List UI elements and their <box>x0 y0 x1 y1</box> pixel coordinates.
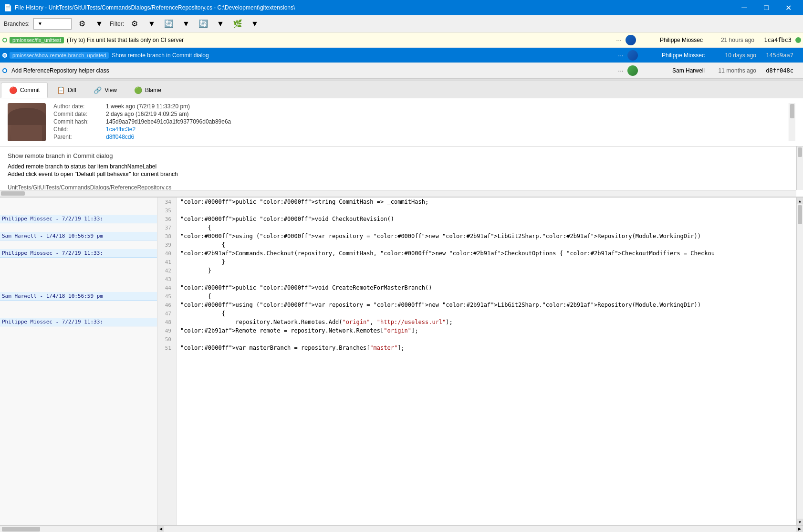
line-num-49: 49 <box>157 326 174 335</box>
blame-tab-label: Blame <box>145 87 161 94</box>
view-tab-label: View <box>104 87 117 94</box>
commit-msg-title: Show remote branch in Commit dialog <box>8 152 789 159</box>
line-num-50: 50 <box>157 335 174 344</box>
code-lines-container: "color:#0000ff">public "color:#0000ff">s… <box>177 198 796 352</box>
parent-row: Parent: d8ff048cd6 <box>53 134 781 140</box>
commit-msg-line-1: Added remote branch to status bar item b… <box>8 163 789 170</box>
blame-hscroll-thumb <box>2 527 40 532</box>
line-num-40: 40 <box>157 249 174 258</box>
child-link[interactable]: 1ca4fbc3e2 <box>106 126 136 133</box>
tab-commit[interactable]: 🔴 Commit <box>1 83 48 98</box>
code-line-46: "color:#0000ff">using ("color:#0000ff">v… <box>177 301 796 309</box>
blame-line-49 <box>0 326 157 335</box>
commit-dot-1 <box>2 38 7 42</box>
ellipsis-1[interactable]: ··· <box>616 36 622 44</box>
maximize-button[interactable]: □ <box>755 0 777 15</box>
code-hscroll[interactable]: ◀ ▶ <box>157 526 803 532</box>
scroll-track[interactable] <box>797 204 803 519</box>
commit-details: Author date: 1 week ago (7/2/19 11:33:20… <box>53 103 781 141</box>
blame-line-50 <box>0 335 157 344</box>
blame-line-45: Sam Harwell - 1/4/18 10:56:59 pm <box>0 292 157 301</box>
blame-tab-icon: 🟢 <box>134 86 142 94</box>
hscroll-left-btn[interactable]: ◀ <box>157 526 164 532</box>
msg-hscrollbar[interactable] <box>0 190 796 197</box>
online-dot-1 <box>795 37 801 43</box>
code-line-38: "color:#0000ff">using ("color:#0000ff">v… <box>177 232 796 240</box>
filter-icon-btn-2[interactable]: ▼ <box>93 17 106 31</box>
line-num-43: 43 <box>157 275 174 283</box>
code-vscroll[interactable]: ▲ ▼ <box>796 198 803 525</box>
filter-action-btn-6[interactable]: ▼ <box>248 17 261 31</box>
blame-line-39 <box>0 240 157 249</box>
blame-line-35 <box>0 206 157 215</box>
filter-action-btn-5[interactable]: 🌿 <box>231 17 244 31</box>
blame-line-48: Philippe Miossec - 7/2/19 11:33: <box>0 318 157 326</box>
code-line-34: "color:#0000ff">public "color:#0000ff">s… <box>177 198 796 206</box>
commit-info-scrollbar[interactable] <box>789 103 795 141</box>
view-tab-icon: 🔗 <box>94 86 102 94</box>
hash-1: 1ca4fbc3 <box>758 37 792 43</box>
filter-down-btn[interactable]: ▼ <box>145 17 158 31</box>
line-num-44: 44 <box>157 283 174 292</box>
blame-line-46 <box>0 301 157 309</box>
code-line-44: "color:#0000ff">public "color:#0000ff">v… <box>177 283 796 292</box>
commit-hash-label: Commit hash: <box>53 118 106 125</box>
scroll-up-btn[interactable]: ▲ <box>797 198 803 204</box>
hscroll-right-btn[interactable]: ▶ <box>796 526 803 532</box>
code-line-47: { <box>177 309 796 318</box>
blame-line-37 <box>0 223 157 232</box>
branch-tag-2: pmiossec/show-remote-branch_updated <box>10 52 109 59</box>
branches-dropdown-arrow: ▼ <box>38 21 42 26</box>
parent-label: Parent: <box>53 134 106 140</box>
line-num-41: 41 <box>157 258 174 266</box>
filter-action-btn-3[interactable]: 🔄 <box>197 17 210 31</box>
tab-view[interactable]: 🔗 View <box>85 83 125 98</box>
line-num-51: 51 <box>157 344 174 352</box>
diff-tab-label: Diff <box>68 87 76 94</box>
commit-scrollbar-thumb <box>790 104 794 118</box>
ellipsis-3[interactable]: ··· <box>618 67 624 74</box>
window-title: File History - UnitTests/GitUITests/Comm… <box>15 4 733 11</box>
blame-line-51 <box>0 344 157 352</box>
code-line-48: repository.Network.Remotes.Add("origin",… <box>177 318 796 326</box>
commit-row-1[interactable]: pmiossec/fix_unittest (Try to) Fix unit … <box>0 32 803 48</box>
scroll-down-btn[interactable]: ▼ <box>797 519 803 525</box>
line-num-47: 47 <box>157 309 174 318</box>
tab-blame[interactable]: 🟢 Blame <box>126 83 169 98</box>
branches-dropdown[interactable]: ▼ <box>33 18 72 30</box>
commit-tab-icon: 🔴 <box>9 86 17 94</box>
commit-message-3: Add ReferenceRepository helper class <box>10 67 614 74</box>
close-button[interactable]: ✕ <box>777 0 799 15</box>
code-line-42: } <box>177 266 796 275</box>
code-content: "color:#0000ff">public "color:#0000ff">s… <box>177 198 796 525</box>
branch-tag-1: pmiossec/fix_unittest <box>10 37 64 43</box>
avatar-3 <box>627 65 638 76</box>
ellipsis-2[interactable]: ··· <box>618 52 624 59</box>
code-section: Philippe Miossec - 7/2/19 11:33:Sam Harw… <box>0 197 803 532</box>
filter-label: Filter: <box>110 21 124 27</box>
filter-action-btn-1[interactable]: 🔄 <box>162 17 176 31</box>
hash-2: 145d9aa7 <box>760 52 793 59</box>
msg-vscrollbar[interactable] <box>796 146 803 190</box>
code-line-51: "color:#0000ff">var masterBranch = repos… <box>177 344 796 352</box>
commit-msg-body: Added remote branch to status bar item b… <box>8 163 789 177</box>
commit-row-3[interactable]: Add ReferenceRepository helper class ···… <box>0 63 803 78</box>
parent-link[interactable]: d8ff048cd6 <box>106 134 134 140</box>
code-line-39: { <box>177 240 796 249</box>
blame-hscroll[interactable] <box>0 526 157 532</box>
filter-action-btn-2[interactable]: ▼ <box>179 17 193 31</box>
app-icon: 📄 <box>4 4 12 11</box>
author-3: Sam Harwell <box>638 67 705 74</box>
filter-action-btn-4[interactable]: ▼ <box>214 17 227 31</box>
minimize-button[interactable]: ─ <box>733 0 755 15</box>
line-num-45: 45 <box>157 292 174 301</box>
tab-diff[interactable]: 📋 Diff <box>49 83 84 98</box>
filter-icon-btn-3[interactable]: ⚙ <box>128 17 141 31</box>
blame-line-44 <box>0 283 157 292</box>
avatar-draw <box>8 103 46 141</box>
commit-row-2[interactable]: pmiossec/show-remote-branch_updated Show… <box>0 48 803 63</box>
author-2: Philippe Miossec <box>638 52 705 59</box>
spacer-3 <box>797 68 803 73</box>
main-container: pmiossec/fix_unittest (Try to) Fix unit … <box>0 32 803 532</box>
filter-icon-btn-1[interactable]: ⚙ <box>75 17 89 31</box>
